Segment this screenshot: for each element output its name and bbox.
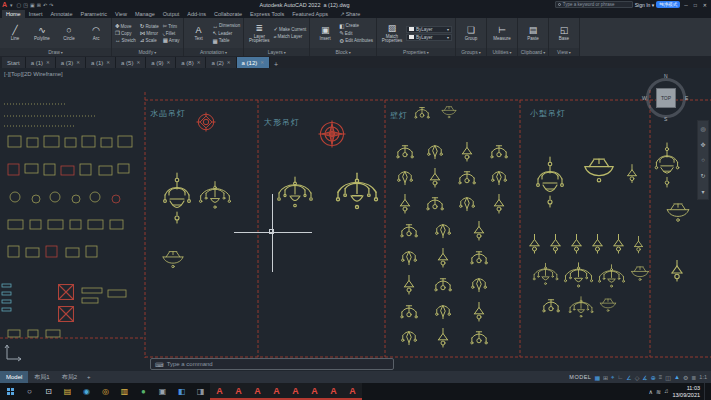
panel-label-annotation[interactable]: Annotation▾ [184,48,244,56]
ribbon-tool[interactable]: ○Circle [57,25,81,42]
panel-label-layers[interactable]: Layers▾ [244,48,309,56]
tray-icon[interactable]: ≋ [656,388,661,395]
statusbar-toggle-icon[interactable]: ◇ [635,374,640,381]
file-tab[interactable]: a (5)✕ [116,57,146,68]
close-tab-icon[interactable]: ✕ [260,60,264,65]
panel-label-view[interactable]: View▾ [549,48,579,56]
bylayer-dropdown[interactable]: ByLayer▾ [406,26,452,33]
maximize-button[interactable]: □ [692,2,699,8]
minimize-button[interactable]: ─ [682,2,690,8]
bylayer-dropdown[interactable]: ByLayer▾ [406,34,452,41]
statusbar-toggle-icon[interactable]: ∟ [617,374,623,380]
close-tab-icon[interactable]: ✕ [106,60,110,65]
ribbon-tool[interactable]: ⊿Scale [140,37,159,43]
ribbon-tool-measure[interactable]: ⊢Measure [490,25,514,42]
statusbar-toggle-icon[interactable]: ⚙ [683,374,688,381]
file-tab[interactable]: a (1)✕ [86,57,116,68]
quick-access-icon[interactable]: ↷ [48,2,54,8]
viewport-controls[interactable]: [-][Top][2D Wireframe] [4,71,63,77]
file-tab[interactable]: a (3)✕ [56,57,86,68]
ribbon-tab[interactable]: Parametric [76,10,111,18]
panel-label-block[interactable]: Block▾ [310,48,376,56]
ribbon-tab[interactable]: Home [2,10,25,18]
ribbon-tool[interactable]: ↻Rotate [140,23,159,29]
file-tab[interactable]: a (2)✕ [206,57,236,68]
app-logo-icon[interactable]: A [2,0,7,9]
taskbar-app-button[interactable]: A [229,383,248,400]
ribbon-tool-paste[interactable]: ▤Paste [521,25,545,42]
ribbon-tab[interactable]: Insert [25,10,47,18]
file-tab[interactable]: Start✕ [2,57,26,68]
taskbar-app-button[interactable]: ◉ [77,383,96,400]
ribbon-tool[interactable]: ↔Dimension [213,23,241,29]
ribbon-tool[interactable]: ╱Line [3,25,27,42]
taskbar-app-button[interactable]: ▥ [115,383,134,400]
taskbar-app-button[interactable]: ○ [20,383,39,400]
ribbon-tab[interactable]: Add-ins [183,10,210,18]
ribbon-tab[interactable]: Express Tools [246,10,288,18]
ribbon-tool[interactable]: ⚙Edit Attributes [339,38,373,44]
close-button[interactable]: ✕ [701,2,709,8]
taskbar-app-button[interactable]: ⊡ [39,383,58,400]
navbar-icon[interactable]: ✥ [700,141,705,148]
ribbon-tool[interactable]: ✓Make Current [273,26,306,32]
drawing-canvas[interactable]: [-][Top][2D Wireframe] 水晶吊灯 大形吊灯 壁灯 小型吊灯… [0,68,711,371]
statusbar-toggle-icon[interactable]: ▦ [594,374,600,381]
quick-access-icon[interactable]: ▣ [29,2,36,8]
ribbon-tool[interactable]: ≈Match Layer [273,34,306,40]
ribbon-tool[interactable]: ✂Trim [163,23,180,29]
layout-tab[interactable]: 布局2 [56,371,83,383]
viewcube[interactable]: TOP N E S W [642,74,690,122]
ribbon-tool[interactable]: ⋈Mirror [140,30,159,36]
statusbar-toggle-icon[interactable]: ∠ [626,374,631,381]
show-desktop-button[interactable] [704,383,708,400]
share-button[interactable]: ↗Share [340,11,360,18]
navbar-icon[interactable]: ↻ [700,172,705,179]
close-tab-icon[interactable]: ✕ [136,60,140,65]
app-menu-caret-icon[interactable]: ▾ [9,2,14,8]
ribbon-tool[interactable]: ∿Polyline [30,25,54,42]
taskbar-app-button[interactable]: A [324,383,343,400]
taskbar-app-button[interactable]: A [343,383,362,400]
ribbon-tool[interactable]: ❐Copy [115,30,136,36]
ribbon-tool-match-properties[interactable]: ▨Match Properties [380,23,404,44]
panel-label-draw[interactable]: Draw▾ [0,48,111,56]
statusbar-toggle-icon[interactable]: ◫ [665,374,671,381]
viewcube-east[interactable]: E [685,95,688,101]
layout-tab[interactable]: Model [0,371,28,383]
command-line[interactable]: ⌨ Type a command [150,358,394,370]
panel-label-utilities[interactable]: Utilities▾ [487,48,517,56]
layout-tab[interactable]: 布局1 [28,371,55,383]
ribbon-tool[interactable]: ✥Move [115,23,136,29]
ribbon-tool[interactable]: ↔Stretch [115,37,136,43]
close-tab-icon[interactable]: ✕ [197,60,201,65]
overlay-badge[interactable]: 纯净模式 [656,1,680,8]
statusbar-toggle-icon[interactable]: ≡ [659,374,663,380]
start-button[interactable] [0,383,20,400]
statusbar-toggle-icon[interactable]: ⊕ [651,374,656,381]
new-drawing-tab-button[interactable]: + [270,61,282,68]
statusbar-toggle-icon[interactable]: ⌖ [611,374,614,381]
ribbon-tool[interactable]: ▦Array [163,37,180,43]
file-tab[interactable]: a (12)✕ [237,57,270,68]
ribbon-tab[interactable]: Featured Apps [288,10,332,18]
navbar-icon[interactable]: ▾ [701,188,704,195]
statusbar-toggle-icon[interactable]: ∡ [642,374,647,381]
taskbar-app-button[interactable]: A [267,383,286,400]
viewcube-north[interactable]: N [664,73,668,79]
ribbon-tab[interactable]: View [111,10,131,18]
close-tab-icon[interactable]: ✕ [46,60,50,65]
taskbar-app-button[interactable]: ▤ [58,383,77,400]
viewcube-south[interactable]: S [664,116,667,122]
new-layout-button[interactable]: + [83,374,95,380]
ribbon-tab[interactable]: Manage [131,10,159,18]
statusbar-toggle-icon[interactable]: ⊞ [603,374,608,381]
ribbon-tool-text[interactable]: AText [187,25,211,42]
close-tab-icon[interactable]: ✕ [167,60,171,65]
taskbar-app-button[interactable]: A [210,383,229,400]
tray-icon[interactable]: ♫ [664,388,669,395]
ribbon-tab[interactable]: Annotate [46,10,76,18]
taskbar-app-button[interactable]: ▣ [153,383,172,400]
navbar-icon[interactable]: ○ [701,157,705,163]
taskbar-app-button[interactable]: A [248,383,267,400]
